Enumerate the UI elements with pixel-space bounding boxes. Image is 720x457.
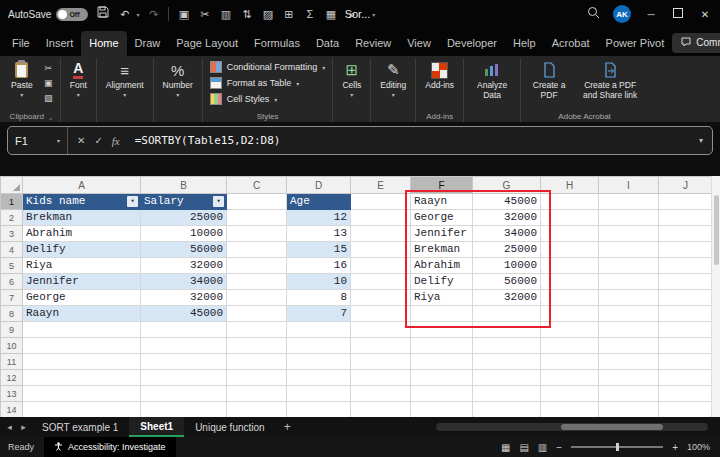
cell-G11[interactable] <box>473 354 541 370</box>
cell-B8[interactable]: 45000 <box>141 306 227 322</box>
cell-H4[interactable] <box>541 242 599 258</box>
cell-H2[interactable] <box>541 210 599 226</box>
row-header-2[interactable]: 2 <box>1 210 23 226</box>
cell-I12[interactable] <box>599 370 659 386</box>
row-header-12[interactable]: 12 <box>1 370 23 386</box>
cell-F5[interactable]: Abrahim <box>411 258 473 274</box>
sort-icon[interactable]: ⇅ <box>239 0 254 28</box>
cell-B1[interactable]: Salary▾ <box>141 194 227 210</box>
filter-icon[interactable]: ▾ <box>127 196 138 207</box>
cell-C14[interactable] <box>227 402 287 418</box>
close-button[interactable]: ✕ <box>698 9 712 20</box>
ribbon-tab-acrobat[interactable]: Acrobat <box>544 31 598 56</box>
cell-F14[interactable] <box>411 402 473 418</box>
cell-E5[interactable] <box>351 258 411 274</box>
cell-A9[interactable] <box>23 322 141 338</box>
column-header-a[interactable]: A <box>23 177 141 194</box>
cell-D10[interactable] <box>287 338 351 354</box>
cell-F9[interactable] <box>411 322 473 338</box>
cell-J14[interactable] <box>659 402 713 418</box>
row-header-1[interactable]: 1 <box>1 194 23 210</box>
row-header-13[interactable]: 13 <box>1 386 23 402</box>
addins-button[interactable]: Add-ins <box>420 59 459 92</box>
avatar[interactable]: AK <box>613 5 631 23</box>
cell-I11[interactable] <box>599 354 659 370</box>
sheet-tab-unique-function[interactable]: Unique function <box>184 417 276 437</box>
cell-J10[interactable] <box>659 338 713 354</box>
cut-icon[interactable]: ✂ <box>197 0 212 28</box>
cell-E4[interactable] <box>351 242 411 258</box>
format-painter-icon[interactable]: ▨ <box>41 92 56 104</box>
cell-styles-button[interactable]: Cell Styles ▾ <box>207 91 329 107</box>
cell-G12[interactable] <box>473 370 541 386</box>
cell-D9[interactable] <box>287 322 351 338</box>
cell-I1[interactable] <box>599 194 659 210</box>
cell-C6[interactable] <box>227 274 287 290</box>
cell-H14[interactable] <box>541 402 599 418</box>
cells-button[interactable]: ⊞ Cells ▾ <box>337 59 366 100</box>
column-header-f[interactable]: F <box>411 177 473 194</box>
cell-B11[interactable] <box>141 354 227 370</box>
column-header-e[interactable]: E <box>351 177 411 194</box>
undo-chevron-icon[interactable]: ▾ <box>136 11 139 18</box>
cancel-icon[interactable]: ✕ <box>77 135 85 146</box>
row-header-11[interactable]: 11 <box>1 354 23 370</box>
cell-H11[interactable] <box>541 354 599 370</box>
cell-C3[interactable] <box>227 226 287 242</box>
ribbon-tab-draw[interactable]: Draw <box>127 31 169 56</box>
cell-A10[interactable] <box>23 338 141 354</box>
cell-B13[interactable] <box>141 386 227 402</box>
cell-A7[interactable]: George <box>23 290 141 306</box>
cell-G5[interactable]: 10000 <box>473 258 541 274</box>
column-header-g[interactable]: G <box>473 177 541 194</box>
cell-C8[interactable] <box>227 306 287 322</box>
row-header-5[interactable]: 5 <box>1 258 23 274</box>
ribbon-tab-power-pivot[interactable]: Power Pivot <box>598 31 673 56</box>
autosum-icon[interactable]: Σ <box>302 0 317 28</box>
cell-B4[interactable]: 56000 <box>141 242 227 258</box>
cell-E7[interactable] <box>351 290 411 306</box>
cell-E12[interactable] <box>351 370 411 386</box>
cell-D5[interactable]: 16 <box>287 258 351 274</box>
analyze-data-button[interactable]: Analyze Data <box>468 59 516 102</box>
ribbon-tab-view[interactable]: View <box>399 31 439 56</box>
ribbon-tab-review[interactable]: Review <box>347 31 399 56</box>
enter-icon[interactable]: ✓ <box>94 135 102 146</box>
cell-B14[interactable] <box>141 402 227 418</box>
filter-icon[interactable]: ▾ <box>213 196 224 207</box>
cell-F10[interactable] <box>411 338 473 354</box>
paste-button[interactable]: Paste ▾ <box>6 59 38 100</box>
number-button[interactable]: % Number ▾ <box>158 59 198 100</box>
cell-B9[interactable] <box>141 322 227 338</box>
redo-icon[interactable]: ↷ <box>146 0 161 28</box>
cell-A13[interactable] <box>23 386 141 402</box>
cell-F8[interactable] <box>411 306 473 322</box>
cell-D1[interactable]: Age <box>287 194 351 210</box>
name-box[interactable]: F1 ▾ <box>8 127 68 154</box>
cell-E11[interactable] <box>351 354 411 370</box>
cell-D4[interactable]: 15 <box>287 242 351 258</box>
cell-J5[interactable] <box>659 258 713 274</box>
vertical-scrollbar-thumb[interactable] <box>714 195 719 265</box>
editing-button[interactable]: ✎ Editing ▾ <box>375 59 411 100</box>
cell-E6[interactable] <box>351 274 411 290</box>
cell-D14[interactable] <box>287 402 351 418</box>
format-as-table-button[interactable]: Format as Table ▾ <box>207 75 329 91</box>
cell-A14[interactable] <box>23 402 141 418</box>
page-layout-view-icon[interactable]: ▤ <box>519 442 528 453</box>
row-header-6[interactable]: 6 <box>1 274 23 290</box>
cell-H8[interactable] <box>541 306 599 322</box>
cell-G2[interactable]: 32000 <box>473 210 541 226</box>
cell-A2[interactable]: Brekman <box>23 210 141 226</box>
cell-J7[interactable] <box>659 290 713 306</box>
cell-C5[interactable] <box>227 258 287 274</box>
cell-F4[interactable]: Brekman <box>411 242 473 258</box>
ribbon-tab-formulas[interactable]: Formulas <box>246 31 308 56</box>
clipboard-icon[interactable]: ▣ <box>176 0 191 28</box>
ribbon-tab-help[interactable]: Help <box>505 31 544 56</box>
cell-C1[interactable] <box>227 194 287 210</box>
cell-D6[interactable]: 10 <box>287 274 351 290</box>
zoom-slider[interactable] <box>571 446 663 448</box>
cell-G4[interactable]: 25000 <box>473 242 541 258</box>
cell-E9[interactable] <box>351 322 411 338</box>
